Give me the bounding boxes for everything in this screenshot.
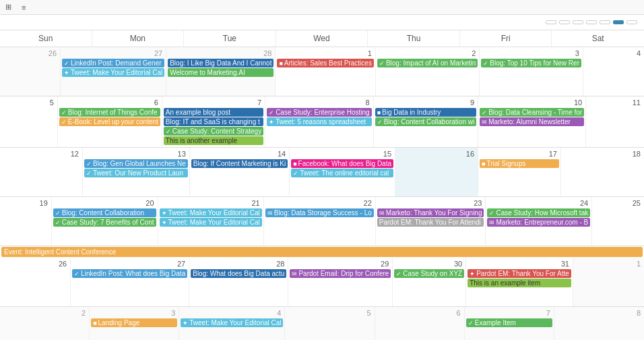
day-number: 1 (277, 49, 373, 59)
week-row: 56✓Blog: Internet of Things Confe✓E-Book… (0, 96, 644, 148)
day-number: 4 (585, 49, 643, 59)
calendar-event[interactable]: ✓Tweet: Our New Product Laun (84, 169, 188, 177)
event-icon: ✉ (489, 219, 494, 226)
event-icon: ✓ (55, 219, 61, 226)
calendar-event[interactable]: ✓E-Book: Level up your content (59, 117, 160, 126)
today-button[interactable] (573, 20, 583, 24)
calendar-event[interactable]: ✓Tweet: The online editorial cal (291, 169, 393, 177)
day-number: 2 (377, 49, 478, 59)
day-cell: 5 (285, 307, 375, 340)
calendar-event[interactable]: ■Facebook: What does Big Data (291, 159, 393, 168)
calendar-event[interactable]: An example blog post (164, 108, 263, 117)
day-number: 12 (1, 149, 81, 159)
event-text: This is an example item (470, 279, 540, 287)
calendar-event[interactable]: This is another example (164, 136, 263, 145)
calendar-event[interactable]: This is an example item (468, 279, 571, 287)
event-icon: ✓ (468, 320, 474, 327)
calendar-event[interactable]: ✦Pardot EM: Thank You For Atte (468, 269, 571, 278)
calendar-event[interactable]: ✦Tweet: Make Your Editorial Cal (160, 218, 262, 227)
spanning-event[interactable]: Event: Intelligent Content Conference (1, 247, 643, 257)
event-icon: ✦ (162, 210, 167, 217)
calendar-event[interactable]: Blog: What does Big Data actu (191, 269, 286, 278)
day-cell: 27✓LinkedIn Post: Demand Gener✦Tweet: Ma… (61, 47, 166, 96)
calendar-event[interactable]: ■Big Data in Industry (375, 108, 477, 117)
day-cell: 29✉Pardot Email: Drip for Confere (288, 258, 393, 306)
day-number: 17 (480, 149, 559, 159)
calendar-event[interactable]: ✓Blog: Gen Global Launches Ne (84, 159, 188, 168)
day-cell: 2✓Blog: Impact of AI on Marketin (376, 47, 480, 96)
calendar-event[interactable]: Blog: IT and SaaS is changing t (164, 117, 263, 126)
calendar-event[interactable]: ✓Case Study: Enterprise Hosting (267, 108, 372, 117)
day-button[interactable] (586, 20, 597, 24)
day-cell: 26 (0, 47, 61, 96)
calendar-event[interactable]: Blog: I Like Big Data And I Cannot (168, 59, 273, 67)
week-button[interactable] (600, 20, 610, 24)
event-text: Blog: Gen Global Launches Ne (93, 160, 186, 167)
calendar-event[interactable]: ✓LinkedIn Post: What does Big Data (72, 269, 187, 278)
day-cell: 11 (586, 96, 644, 147)
calendar-event[interactable]: ✓Blog: Content Collaboration wi (375, 117, 477, 126)
calendar-event[interactable]: ✦Tweet: Make Your Editorial Cal (62, 68, 164, 77)
calendar-event[interactable]: ✉Marketo: Alumni Newsletter (480, 117, 584, 126)
day-cell: 28Blog: I Like Big Data And I CannotWelc… (166, 47, 276, 96)
day-header-mon: Mon (92, 30, 185, 47)
event-text: Trial Signups (486, 160, 525, 167)
day-number: 18 (562, 149, 643, 159)
prev-button[interactable] (546, 20, 556, 24)
calendar-event[interactable]: ✉Marketo: Thank You For Signing (377, 208, 484, 217)
calendar-event[interactable]: ✓Case Study: Content Strategy (164, 127, 263, 136)
calendar-event[interactable]: Pardot EM: Thank You For Attendi (377, 218, 484, 227)
day-number: 6 (377, 308, 463, 318)
event-text: Blog: IT and SaaS is changing t (166, 118, 260, 125)
day-number: 10 (480, 98, 584, 108)
calendar-event[interactable]: ✓Example Item (466, 318, 552, 327)
event-icon: ■ (279, 60, 282, 67)
day-header-thu: Thu (368, 30, 460, 47)
calendar-event[interactable]: Welcome to Marketing.AI (168, 68, 273, 77)
calendar-event[interactable]: ✦Tweet: Make Your Editorial Cal (181, 318, 283, 327)
day-number: 27 (72, 259, 187, 269)
event-text: An example blog post (166, 109, 230, 116)
calendar-event[interactable]: ✓Blog: Impact of AI on Marketin (377, 59, 478, 67)
calendar-event[interactable]: ✓Case Study: How Microsoft tak (487, 208, 590, 217)
calendar-event[interactable]: ■Trial Signups (480, 159, 559, 168)
month-button[interactable] (613, 20, 624, 24)
day-number: 24 (487, 198, 590, 208)
day-number: 28 (168, 49, 273, 59)
calendar-event[interactable]: ✓Case Study: 7 Benefits of Cont (53, 218, 156, 227)
calendar-event[interactable]: ✦Tweet: 5 reasons spreadsheet (267, 117, 372, 126)
event-icon: ✓ (269, 109, 274, 116)
calendar-event[interactable]: ✓Blog: Internet of Things Confe (59, 108, 160, 117)
next-button[interactable] (559, 20, 570, 24)
day-number: 19 (1, 198, 50, 208)
views-button[interactable]: ⊞ (5, 3, 13, 11)
day-cell: 21✦Tweet: Make Your Editorial Cal✦Tweet:… (158, 197, 264, 246)
calendar-event[interactable]: ✦Tweet: Make Your Editorial Cal (160, 208, 262, 217)
day-cell: 12 (0, 148, 83, 196)
calendar-event[interactable]: ■Landing Page (91, 318, 177, 327)
day-number: 13 (84, 149, 188, 159)
top-bar: ⊞ ≡ (0, 0, 644, 15)
calendar-event[interactable]: ✓Blog: Content Collaboration (53, 208, 156, 217)
calendar-event[interactable]: ■Articles: Sales Best Practices (277, 59, 373, 67)
calendar-event[interactable]: ✓Blog: Data Cleansing - Time for (480, 108, 584, 117)
day-cell: 16 (395, 148, 478, 196)
calendar-event[interactable]: ✓Case Study on XYZ (394, 269, 464, 278)
event-text: Landing Page (98, 319, 140, 327)
calendar-event[interactable]: ✉Marketo: Entrepreneur.com - B (487, 218, 590, 227)
event-icon: ✉ (267, 210, 273, 217)
event-icon: ✓ (86, 161, 92, 167)
event-text: Tweet: Make Your Editorial Cal (168, 219, 260, 226)
event-text: LinkedIn Post: Demand Gener (71, 59, 162, 67)
calendar-event[interactable]: ✓LinkedIn Post: Demand Gener (62, 59, 164, 67)
event-text: Pardot Email: Drip for Confere (298, 270, 389, 277)
list-button[interactable]: ≡ (22, 3, 28, 11)
calendar-event[interactable]: ✉Pardot Email: Drip for Confere (290, 269, 391, 278)
day-cell: 13✓Blog: Gen Global Launches Ne✓Tweet: O… (83, 148, 190, 196)
event-text: Tweet: Make Your Editorial Cal (189, 319, 281, 327)
calendar-event[interactable]: ✉Blog: Data Storage Success - Lo (265, 208, 374, 217)
calendar-event[interactable]: Blog: If Content Marketing is Ki (191, 159, 288, 168)
three-months-button[interactable] (626, 20, 637, 24)
day-cell: 5 (0, 96, 58, 147)
calendar-event[interactable]: ✓Blog: Top 10 Tips for New Rer (481, 59, 581, 67)
